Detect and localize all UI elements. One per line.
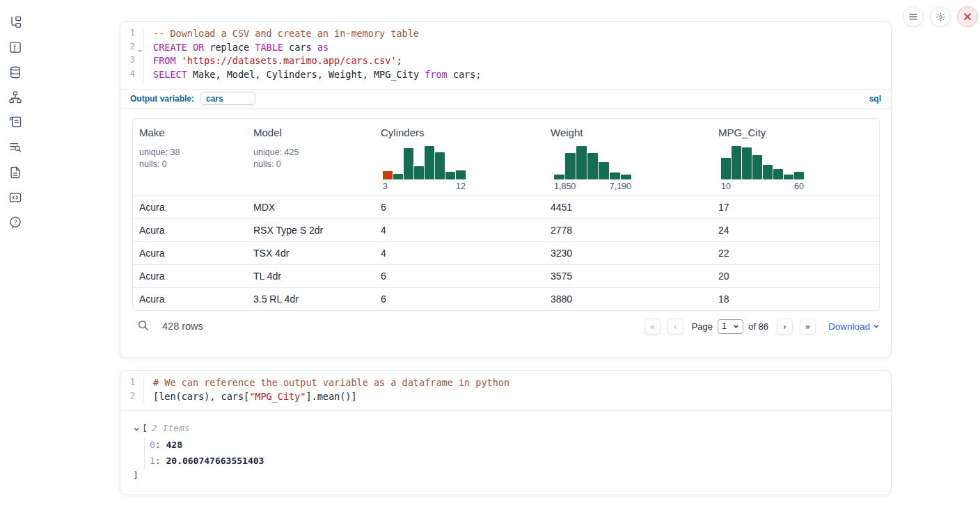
histogram-bar xyxy=(752,155,762,179)
code-line[interactable]: FROM 'https://datasets.marimo.app/cars.c… xyxy=(153,55,481,69)
code-line[interactable]: # We can reference the output variable a… xyxy=(153,377,509,391)
column-header[interactable]: MPG_City1060 xyxy=(712,119,879,195)
table-cell: 24 xyxy=(712,225,879,236)
table-cell: TSX 4dr xyxy=(247,248,374,259)
code-line[interactable]: SELECT Make, Model, Cylinders, Weight, M… xyxy=(153,69,481,83)
python-output-area: [ 2 Items 0: 4281: 20.060747663551403 ] xyxy=(120,410,891,481)
column-header[interactable]: Modelunique: 425nulls: 0 xyxy=(247,119,374,195)
line-number-gutter: 1234 xyxy=(120,28,144,83)
histogram-bar xyxy=(621,175,631,179)
line-number: 3 xyxy=(120,55,143,69)
download-button[interactable]: Download xyxy=(828,321,880,332)
column-name: Model xyxy=(253,127,370,138)
table-cell: 3575 xyxy=(544,271,712,282)
notebook-menu-button[interactable] xyxy=(903,6,924,27)
snippets-icon[interactable] xyxy=(8,191,22,204)
page-label: Page xyxy=(692,321,713,332)
settings-button[interactable] xyxy=(930,6,951,27)
histogram-bar xyxy=(763,165,773,179)
column-name: Cylinders xyxy=(381,127,540,138)
help-icon[interactable]: ? xyxy=(8,216,22,230)
column-name: Make xyxy=(139,127,243,138)
histogram-range-labels: 312 xyxy=(383,182,466,191)
table-row[interactable]: Acura3.5 RL 4dr6388018 xyxy=(133,287,879,310)
fold-chevron-icon[interactable] xyxy=(137,46,143,51)
sidebar: ƒ ? xyxy=(0,15,31,230)
logs-icon[interactable] xyxy=(8,140,22,154)
pagination: « ‹ Page 1 of 86 › » Download xyxy=(645,319,880,335)
table-cell: RSX Type S 2dr xyxy=(247,225,374,236)
column-header[interactable]: Cylinders312 xyxy=(374,119,544,195)
sql-code-lines[interactable]: -- Download a CSV and create an in-memor… xyxy=(144,28,481,83)
histogram-bar xyxy=(414,166,424,179)
column-stats: unique: 38nulls: 0 xyxy=(139,147,243,170)
histogram-bar xyxy=(773,169,783,179)
histogram-bar xyxy=(610,172,620,179)
table-header-row: Makeunique: 38nulls: 0Modelunique: 425nu… xyxy=(133,119,879,195)
table-cell: 6 xyxy=(374,202,544,213)
sql-output-area: Makeunique: 38nulls: 0Modelunique: 425nu… xyxy=(120,108,891,342)
tree-collapse-chevron-icon[interactable] xyxy=(133,424,140,431)
page-select-value: 1 xyxy=(722,321,727,331)
dependencies-icon[interactable] xyxy=(8,90,22,104)
python-code-editor: 12 # We can reference the output variabl… xyxy=(120,371,891,410)
datasources-icon[interactable] xyxy=(8,65,22,79)
chevron-down-icon xyxy=(873,323,880,330)
column-name: MPG_City xyxy=(718,127,875,138)
gear-icon xyxy=(935,12,946,22)
svg-text:?: ? xyxy=(14,218,17,226)
table-cell: Acura xyxy=(133,293,247,305)
column-histogram: 312 xyxy=(383,146,466,191)
page-select[interactable]: 1 xyxy=(718,319,743,334)
outline-icon[interactable] xyxy=(8,115,22,129)
histogram-bar xyxy=(393,174,403,179)
tree-entry: 1: 20.060747663551403 xyxy=(150,453,891,469)
next-page-button[interactable]: › xyxy=(777,319,793,335)
code-line[interactable]: [len(cars), cars["MPG_City"].mean()] xyxy=(153,391,509,405)
table-cell: 18 xyxy=(712,293,879,305)
language-badge[interactable]: sql xyxy=(869,94,881,104)
search-button[interactable] xyxy=(136,319,150,333)
chevron-down-icon xyxy=(733,323,739,330)
download-label: Download xyxy=(828,321,870,332)
table-cell: 22 xyxy=(712,248,879,259)
column-header[interactable]: Makeunique: 38nulls: 0 xyxy=(133,119,247,195)
table-row[interactable]: AcuraTSX 4dr4323022 xyxy=(133,241,879,264)
output-variable-input[interactable] xyxy=(200,92,255,105)
line-number: 1 xyxy=(120,28,143,42)
row-count: 428 rows xyxy=(162,321,203,332)
data-table: Makeunique: 38nulls: 0Modelunique: 425nu… xyxy=(132,118,880,311)
python-cell: 12 # We can reference the output variabl… xyxy=(120,370,892,495)
table-row[interactable]: AcuraTL 4dr6357520 xyxy=(133,264,879,287)
variables-icon[interactable]: ƒ xyxy=(8,40,22,54)
histogram-range-labels: 1060 xyxy=(721,182,804,191)
python-code-lines[interactable]: # We can reference the output variable a… xyxy=(144,377,509,404)
code-line[interactable]: -- Download a CSV and create an in-memor… xyxy=(153,28,481,42)
table-row[interactable]: AcuraMDX6445117 xyxy=(133,195,879,218)
output-variable-label: Output variable: xyxy=(130,94,194,104)
documentation-icon[interactable] xyxy=(8,166,22,179)
table-row[interactable]: AcuraRSX Type S 2dr4277824 xyxy=(133,218,879,241)
code-line[interactable]: CREATE OR replace TABLE cars as xyxy=(153,42,481,56)
table-cell: Acura xyxy=(133,271,247,282)
histogram-bar xyxy=(794,172,804,179)
tree-entry-value: 20.060747663551403 xyxy=(166,456,264,466)
tree-close-bracket: ] xyxy=(133,470,891,481)
histogram-bar xyxy=(576,146,587,179)
histogram-bar xyxy=(404,148,413,179)
last-page-button[interactable]: » xyxy=(800,319,816,335)
column-histogram: 1060 xyxy=(721,146,804,191)
histogram-bar xyxy=(554,175,564,179)
histogram-bar xyxy=(425,146,434,179)
table-cell: 3880 xyxy=(544,293,712,305)
previous-page-button[interactable]: ‹ xyxy=(667,319,683,335)
tree-entry: 0: 428 xyxy=(150,437,891,453)
shutdown-button[interactable] xyxy=(957,6,978,27)
tree-root-row: [ 2 Items xyxy=(133,421,891,434)
tree-items: 0: 4281: 20.060747663551403 xyxy=(144,437,891,469)
first-page-button[interactable]: « xyxy=(645,319,661,335)
file-tree-icon[interactable] xyxy=(8,15,22,29)
column-header[interactable]: Weight1,8507,190 xyxy=(544,119,712,195)
histogram-bar xyxy=(732,146,741,179)
histogram-bar xyxy=(435,152,445,179)
